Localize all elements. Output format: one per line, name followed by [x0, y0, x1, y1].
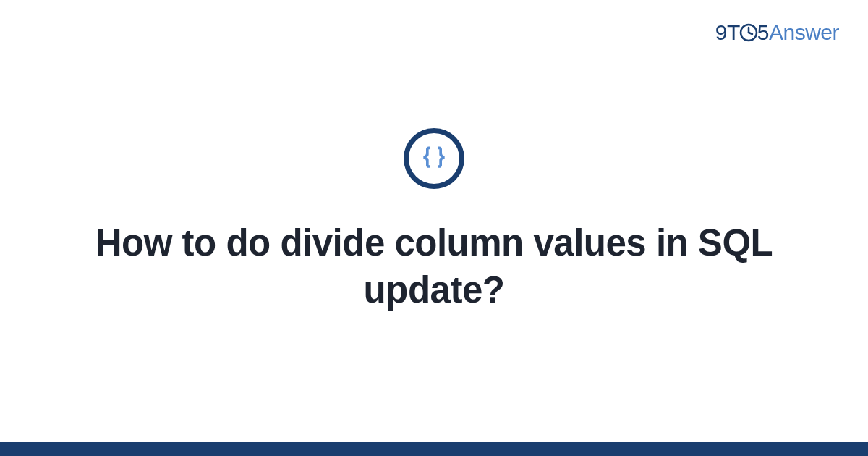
question-title: How to do divide column values in SQL up… [72, 219, 796, 314]
main-content: How to do divide column values in SQL up… [0, 0, 868, 442]
category-badge [404, 128, 464, 189]
code-braces-icon [418, 143, 450, 174]
footer-accent-bar [0, 442, 868, 456]
